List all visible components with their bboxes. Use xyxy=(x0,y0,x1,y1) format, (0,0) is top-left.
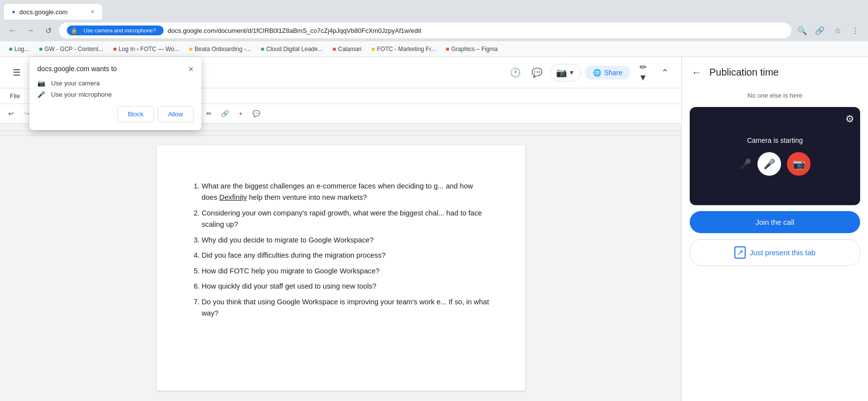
bookmark-label-7: Graphics – Figma xyxy=(451,46,498,53)
present-tab-icon: ↗ xyxy=(734,246,746,259)
list-item: What are the biggest challenges an e-com… xyxy=(202,181,490,204)
collapse-panel-button[interactable]: ⌃ xyxy=(656,64,673,81)
bookmark-log[interactable]: ■ Log... xyxy=(6,45,32,53)
list-item: Why did you decide to migrate to Google … xyxy=(202,235,490,246)
bookmark-favicon-7: ■ xyxy=(446,46,449,53)
tab-close-icon[interactable]: × xyxy=(91,8,94,15)
meet-dropdown-icon: ▼ xyxy=(569,69,575,76)
dexfinity-link[interactable]: Dexfinity xyxy=(219,193,247,201)
forward-button[interactable]: → xyxy=(24,24,37,37)
meet-controls: 🎤 🎤 📷 xyxy=(739,152,811,176)
meet-panel: ← Publication time No one else is here ⚙… xyxy=(681,57,868,401)
bookmark-favicon-3: ■ xyxy=(189,46,193,53)
meet-video-area: ⚙ Camera is starting 🎤 🎤 📷 xyxy=(690,107,860,205)
meet-subtitle: No one else is here xyxy=(690,90,860,101)
popup-actions: Block Allow xyxy=(37,106,194,122)
mic-muted-button[interactable]: 🎤 xyxy=(739,158,752,170)
meet-camera-status: Camera is starting xyxy=(747,136,803,144)
meet-back-button[interactable]: ← xyxy=(690,65,703,80)
bookmark-gcp[interactable]: ■ GW - GCP - Content... xyxy=(36,45,106,53)
bookmark-favicon-4: ■ xyxy=(261,46,264,53)
share-nav-button[interactable]: 🔗 xyxy=(813,24,827,37)
block-button[interactable]: Block xyxy=(117,106,154,122)
meet-settings-button[interactable]: ⚙ xyxy=(845,113,854,125)
list-item: How did FOTC help you migrate to Google … xyxy=(202,266,490,277)
share-icon: 🌐 xyxy=(593,69,601,77)
comment-button[interactable]: 💬 xyxy=(250,107,263,121)
bookmark-label-5: Calamari xyxy=(338,46,362,53)
bookmark-favicon-2: ■ xyxy=(113,46,116,53)
lock-icon: 🔒 xyxy=(71,27,78,34)
mic-toggle-button[interactable]: 🎤 xyxy=(757,152,781,176)
bookmark-favicon-5: ■ xyxy=(333,46,336,53)
bookmark-label-3: Beata Onboarding -... xyxy=(195,46,251,53)
bookmark-label-6: FOTC - Marketing Fr... xyxy=(377,46,436,53)
bookmark-cloud[interactable]: ■ Cloud Digital Leade... xyxy=(258,45,326,53)
cam-off-icon: 📷 xyxy=(793,158,805,170)
bookmark-favicon-0: ■ xyxy=(9,46,12,53)
secure-badge: 🔒 Use camera and microphone? xyxy=(67,26,164,35)
bookmark-favicon-1: ■ xyxy=(39,46,42,53)
doc-page: What are the biggest challenges an e-com… xyxy=(157,145,525,391)
undo-button[interactable]: ↩ xyxy=(4,107,18,121)
present-tab-button[interactable]: ↗ Just present this tab xyxy=(690,239,860,266)
address-bar[interactable]: 🔒 Use camera and microphone? docs.google… xyxy=(59,23,791,38)
bookmark-label-4: Cloud Digital Leade... xyxy=(266,46,323,53)
camera-permission-icon: 📷 xyxy=(37,80,45,87)
edit-dropdown-button[interactable]: ✏ ▼ xyxy=(634,64,652,81)
popup-permissions: 📷 Use your camera 🎤 Use your microphone xyxy=(37,80,194,98)
popup-permission-mic: 🎤 Use your microphone xyxy=(37,91,194,98)
popup-permission-camera: 📷 Use your camera xyxy=(37,80,194,87)
menu-item-file[interactable]: File xyxy=(8,91,22,101)
mic-permission-label: Use your microphone xyxy=(51,91,112,98)
join-call-button[interactable]: Join the call xyxy=(690,211,860,233)
join-call-label: Join the call xyxy=(756,218,794,226)
bookmark-favicon-6: ■ xyxy=(371,46,375,53)
sidebar-toggle-button[interactable]: ☰ xyxy=(8,64,26,81)
meet-title: Publication time xyxy=(709,67,860,78)
bookmark-beata[interactable]: ■ Beata Onboarding -... xyxy=(186,45,254,53)
share-button[interactable]: 🌐 Share xyxy=(585,66,630,80)
docs-header-right: 🕐 💬 📷 ▼ 🌐 Share ✏ ▼ ⌃ xyxy=(506,64,673,81)
share-label: Share xyxy=(604,69,622,77)
cam-toggle-button[interactable]: 📷 xyxy=(787,152,811,176)
list-item: Do you think that using Google Workspace… xyxy=(202,296,490,320)
camera-icon: 📷 xyxy=(556,67,567,78)
mic-icon: 🎤 xyxy=(763,158,776,170)
address-text: docs.google.com/document/d/1fCIRB0l1Z8aB… xyxy=(168,27,421,34)
back-button[interactable]: ← xyxy=(6,24,20,37)
bookmark-label-0: Log... xyxy=(14,46,29,53)
link-button[interactable]: 🔗 xyxy=(218,107,232,121)
tab-label: docs.google.com xyxy=(19,8,67,16)
nav-bar: ← → ↺ 🔒 Use camera and microphone? docs.… xyxy=(0,20,868,41)
popup-header: docs.google.com wants to × xyxy=(37,65,194,74)
bookmark-button[interactable]: ☆ xyxy=(831,24,844,37)
mic-permission-icon: 🎤 xyxy=(37,91,45,98)
popup-title: docs.google.com wants to xyxy=(37,65,188,73)
meet-button-area[interactable]: 📷 ▼ xyxy=(550,64,581,81)
insert-button[interactable]: + xyxy=(234,107,248,121)
bookmarks-bar: ■ Log... ■ GW - GCP - Content... ■ Log I… xyxy=(0,41,868,57)
tab-bar: ● docs.google.com × xyxy=(0,0,868,20)
popup-close-button[interactable]: × xyxy=(188,65,194,74)
bookmark-label-1: GW - GCP - Content... xyxy=(45,46,104,53)
menu-button[interactable]: ⋮ xyxy=(848,24,862,37)
reload-button[interactable]: ↺ xyxy=(41,24,55,37)
zoom-button[interactable]: 🔍 xyxy=(795,24,809,37)
bookmark-fotc-login[interactable]: ■ Log In ‹ FOTC — Wo... xyxy=(110,45,182,53)
list-item: Considering your own company's rapid gro… xyxy=(202,208,490,231)
allow-button[interactable]: Allow xyxy=(158,106,194,122)
list-item: How quickly did your staff get used to u… xyxy=(202,281,490,292)
active-tab[interactable]: ● docs.google.com × xyxy=(4,4,102,20)
doc-canvas-container[interactable]: What are the biggest challenges an e-com… xyxy=(0,135,681,401)
bookmark-fotc-marketing[interactable]: ■ FOTC - Marketing Fr... xyxy=(368,45,439,53)
comments-button[interactable]: 💬 xyxy=(528,64,546,81)
highlight-button[interactable]: ✏ xyxy=(202,107,216,121)
camera-permission-label: Use your camera xyxy=(51,80,100,87)
bookmark-calamari[interactable]: ■ Calamari xyxy=(330,45,364,53)
permission-popup: docs.google.com wants to × 📷 Use your ca… xyxy=(29,57,201,130)
meet-icon-button[interactable]: 📷 ▼ xyxy=(550,64,581,81)
meet-panel-header: ← Publication time xyxy=(690,65,860,84)
bookmark-figma[interactable]: ■ Graphics – Figma xyxy=(443,45,501,53)
version-history-button[interactable]: 🕐 xyxy=(506,64,524,81)
